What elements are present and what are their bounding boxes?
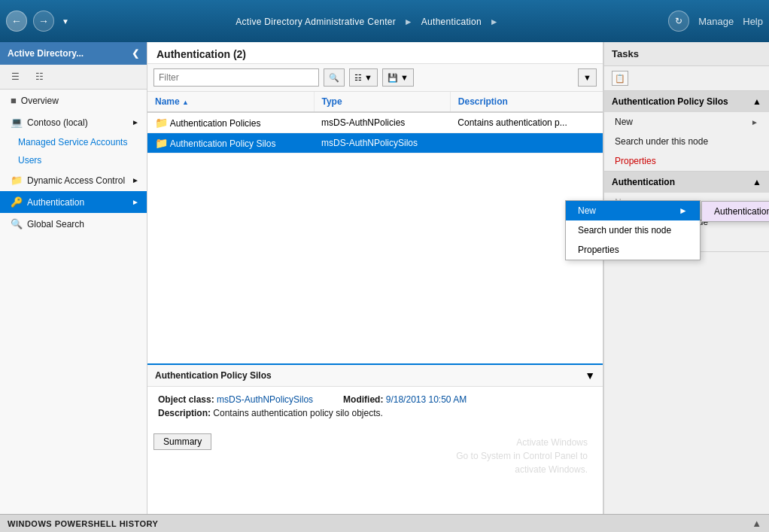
desc-label: Description:	[158, 408, 211, 418]
sidebar-item-label: Contoso (local)	[27, 117, 88, 128]
sidebar-item-dynamic-access-control[interactable]: 📁 Dynamic Access Control ►	[0, 169, 147, 191]
toolbar: 🔍 ☷ ▼ 💾 ▼ ▼	[147, 64, 603, 92]
content-header: Authentication (2)	[147, 42, 603, 64]
folder-icon-selected: 📁	[155, 137, 168, 149]
watermark-line2: Go to System in Control Panel to	[456, 449, 588, 463]
tasks-section-collapse-1: ▲	[752, 96, 761, 107]
watermark: Activate Windows Go to System in Control…	[456, 436, 588, 476]
managed-service-label: Managed Service Accounts	[18, 137, 127, 147]
row2-desc	[450, 133, 603, 154]
sidebar-collapse-icon[interactable]: ❮	[132, 48, 139, 59]
sidebar-item-contoso[interactable]: 💻 Contoso (local) ►	[0, 111, 147, 133]
refresh-button[interactable]: ↻	[668, 11, 689, 32]
desc-value: Contains authentication policy silo obje…	[213, 408, 382, 418]
context-menu-arrow: ►	[679, 205, 688, 216]
forward-button[interactable]: →	[33, 11, 54, 32]
sidebar-icon-tree[interactable]: ☷	[30, 69, 48, 84]
context-menu-properties[interactable]: Properties	[566, 240, 700, 260]
col-description[interactable]: Description	[450, 92, 603, 112]
sidebar-item-overview[interactable]: ■ Overview	[0, 90, 147, 111]
sidebar-item-label: Dynamic Access Control	[27, 175, 125, 186]
row1-type: msDS-AuthNPolicies	[314, 112, 450, 133]
more-button[interactable]: ▼	[578, 68, 597, 87]
table-row[interactable]: 📁 Authentication Policies msDS-AuthNPoli…	[147, 112, 603, 133]
tasks-icon-row: 📋	[604, 66, 769, 91]
context-menu-search[interactable]: Search under this node	[566, 220, 700, 240]
detail-row-2: Description: Contains authentication pol…	[158, 408, 592, 418]
task-search-1[interactable]: Search under this node	[604, 132, 769, 151]
save-button[interactable]: 💾 ▼	[382, 68, 414, 87]
back-button[interactable]: ←	[6, 11, 27, 32]
table-row[interactable]: 📁 Authentication Policy Silos msDS-AuthN…	[147, 133, 603, 154]
task-new-1[interactable]: New ►	[604, 112, 769, 132]
tasks-section-auth-policy-silos: Authentication Policy Silos ▲ New ► Sear…	[604, 91, 769, 172]
object-class-label: Object class:	[158, 394, 214, 405]
col-type[interactable]: Type	[314, 92, 450, 112]
context-menu: New ► Search under this node Properties …	[565, 200, 701, 260]
table-area: Name Type Description 📁 A	[147, 92, 603, 363]
overview-icon: ■	[11, 95, 17, 106]
sidebar-item-global-search[interactable]: 🔍 Global Search	[0, 213, 147, 235]
content-title: Authentication (2)	[157, 48, 246, 60]
filter-input[interactable]	[153, 68, 319, 87]
tasks-panel: Tasks 📋 Authentication Policy Silos ▲ Ne…	[603, 42, 769, 514]
users-label: Users	[18, 155, 41, 166]
app-title-text: Active Directory Administrative Center	[236, 17, 396, 27]
main-table: Name Type Description 📁 A	[147, 92, 603, 154]
row2-type: msDS-AuthNPolicySilos	[314, 133, 450, 154]
bottom-panel-content: Object class: msDS-AuthNPolicySilos Modi…	[147, 387, 603, 429]
col-name[interactable]: Name	[147, 92, 314, 112]
sidebar-item-managed-service-accounts[interactable]: Managed Service Accounts	[0, 133, 147, 151]
sidebar-item-users[interactable]: Users	[0, 151, 147, 169]
tasks-header: Tasks	[604, 42, 769, 66]
bottom-panel: Authentication Policy Silos ▼ Object cla…	[147, 363, 603, 514]
sidebar-item-authentication[interactable]: 🔑 Authentication ►	[0, 191, 147, 213]
tasks-section-collapse-2: ▲	[752, 177, 761, 187]
summary-button[interactable]: Summary	[153, 433, 211, 450]
bottom-panel-title: Authentication Policy Silos	[155, 370, 272, 381]
breadcrumb-arrow2: ►	[490, 17, 499, 27]
sidebar-item-label: Authentication	[27, 197, 84, 208]
table-header-row: Name Type Description	[147, 92, 603, 112]
sidebar: Active Directory... ❮ ☰ ☷ ■ Overview 💻 C…	[0, 42, 147, 514]
watermark-line1: Activate Windows	[456, 436, 588, 449]
status-bar-icon[interactable]: ▲	[752, 518, 761, 529]
folder-icon: 📁	[155, 117, 168, 129]
tasks-section-header-1[interactable]: Authentication Policy Silos ▲	[604, 91, 769, 112]
breadcrumb-arrow1: ►	[404, 17, 413, 27]
sub-context-menu: Authentication Policy Silo	[701, 201, 769, 222]
authentication-icon: 🔑	[11, 196, 23, 208]
title-bar: ← → ▼ Active Directory Administrative Ce…	[0, 0, 769, 42]
tasks-section-title-2: Authentication	[612, 177, 675, 187]
search-button[interactable]: 🔍	[324, 68, 345, 87]
app-title: Active Directory Administrative Center ►…	[77, 14, 662, 28]
auth-arrow-icon: ►	[132, 198, 139, 206]
sidebar-item-label: Global Search	[27, 219, 84, 230]
row1-desc: Contains authentication p...	[450, 112, 603, 133]
row1-name: 📁 Authentication Policies	[147, 112, 314, 133]
content-area: Authentication (2) 🔍 ☷ ▼ 💾 ▼ ▼ Name Type	[147, 42, 603, 514]
status-bar: WINDOWS POWERSHELL HISTORY ▲	[0, 514, 769, 532]
help-link[interactable]: Help	[743, 16, 763, 27]
breadcrumb-auth: Authentication	[421, 17, 482, 27]
sidebar-icon-list[interactable]: ☰	[6, 69, 24, 84]
tasks-section-title-1: Authentication Policy Silos	[612, 96, 728, 107]
contoso-icon: 💻	[11, 117, 23, 128]
watermark-line3: activate Windows.	[456, 463, 588, 476]
manage-link[interactable]: Manage	[698, 16, 734, 27]
task-properties-1[interactable]: Properties	[604, 151, 769, 171]
modified-label: Modified:	[343, 394, 383, 405]
bottom-panel-toggle[interactable]: ▼	[585, 369, 595, 382]
object-class-value: msDS-AuthNPolicySilos	[217, 394, 313, 405]
tasks-section-header-2[interactable]: Authentication ▲	[604, 172, 769, 193]
sidebar-icon-row: ☰ ☷	[0, 65, 147, 90]
sidebar-title: Active Directory...	[8, 48, 84, 59]
dac-arrow-icon: ►	[132, 176, 139, 184]
nav-dropdown-button[interactable]: ▼	[60, 16, 71, 27]
sub-menu-auth-policy-silo[interactable]: Authentication Policy Silo	[702, 202, 769, 221]
main-layout: Active Directory... ❮ ☰ ☷ ■ Overview 💻 C…	[0, 42, 769, 514]
tasks-clipboard-icon[interactable]: 📋	[612, 71, 628, 86]
context-menu-new[interactable]: New ►	[566, 201, 700, 220]
view-menu-button[interactable]: ☷ ▼	[349, 68, 378, 87]
contoso-arrow-icon: ►	[132, 118, 139, 126]
